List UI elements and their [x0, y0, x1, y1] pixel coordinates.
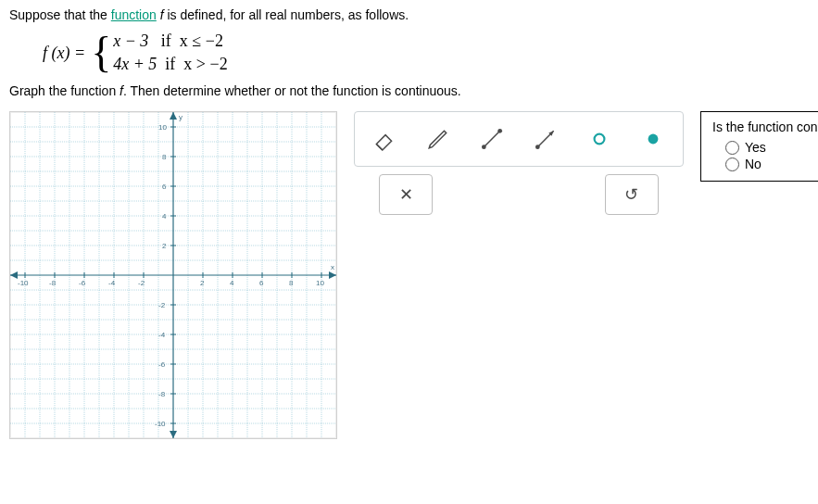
svg-text:-6: -6 — [158, 360, 166, 369]
svg-point-88 — [535, 145, 540, 149]
svg-text:2: 2 — [162, 242, 167, 250]
svg-text:10: 10 — [316, 279, 324, 287]
lhs: f (x) = — [43, 44, 85, 63]
svg-text:-2: -2 — [158, 301, 166, 309]
svg-point-85 — [482, 145, 486, 149]
svg-text:-4: -4 — [158, 331, 166, 339]
svg-marker-41 — [10, 271, 18, 279]
svg-text:4: 4 — [162, 212, 167, 220]
closed-point-tool[interactable] — [631, 120, 675, 158]
svg-text:8: 8 — [162, 153, 167, 161]
continuity-question: Is the function continuous? Yes No — [700, 111, 818, 182]
close-icon: ✕ — [399, 184, 413, 205]
svg-point-86 — [497, 129, 502, 133]
svg-line-84 — [484, 131, 499, 146]
svg-text:-8: -8 — [158, 390, 166, 398]
svg-text:8: 8 — [289, 279, 294, 287]
svg-text:4: 4 — [230, 279, 234, 287]
ray-open-tool[interactable] — [523, 120, 568, 158]
option-no-label: No — [745, 157, 761, 171]
option-no[interactable]: No — [725, 157, 818, 171]
problem-statement: Suppose that the function f is defined, … — [9, 7, 809, 98]
open-point-tool[interactable] — [577, 120, 622, 158]
pencil-tool[interactable] — [416, 120, 460, 158]
svg-text:6: 6 — [259, 279, 264, 287]
svg-text:10: 10 — [158, 123, 167, 132]
svg-text:-2: -2 — [138, 279, 145, 287]
graph-canvas[interactable]: x y 2 4 6 8 10 -2 -4 -6 -8 -10 2 4 6 8 1… — [9, 111, 337, 439]
reset-button[interactable]: ↺ — [605, 174, 659, 215]
svg-text:6: 6 — [162, 183, 167, 191]
svg-text:2: 2 — [200, 279, 205, 287]
clear-button[interactable]: ✕ — [379, 174, 433, 215]
svg-text:-10: -10 — [18, 279, 29, 287]
tool-palette: ✕ ↺ — [354, 111, 684, 215]
svg-text:-6: -6 — [79, 279, 86, 287]
y-axis-label: y — [179, 113, 182, 121]
radio-icon — [725, 158, 739, 171]
radio-icon — [725, 141, 739, 155]
x-ticks: 2 4 6 8 10 -2 -4 -6 -8 -10 — [18, 279, 324, 287]
svg-text:-4: -4 — [108, 279, 116, 287]
piecewise-definition: f (x) = { x − 3 if x ≤ −2 4x + 5 if x > … — [43, 32, 809, 74]
eraser-tool[interactable] — [362, 120, 407, 158]
svg-marker-43 — [170, 431, 177, 438]
function-link[interactable]: function — [111, 7, 157, 22]
option-yes-label: Yes — [745, 140, 766, 155]
brace-icon: { — [91, 33, 111, 71]
svg-text:-10: -10 — [155, 420, 166, 428]
option-yes[interactable]: Yes — [725, 140, 818, 155]
segment-closed-tool[interactable] — [470, 120, 514, 158]
x-axis-label: x — [331, 263, 334, 271]
question-title: Is the function continuous? — [712, 120, 818, 134]
svg-marker-40 — [329, 271, 336, 279]
svg-marker-42 — [170, 112, 177, 120]
svg-text:-8: -8 — [49, 279, 57, 287]
svg-point-90 — [595, 134, 605, 145]
intro-text: Suppose that the — [9, 7, 111, 22]
undo-icon: ↺ — [624, 184, 638, 205]
svg-point-91 — [648, 134, 659, 145]
